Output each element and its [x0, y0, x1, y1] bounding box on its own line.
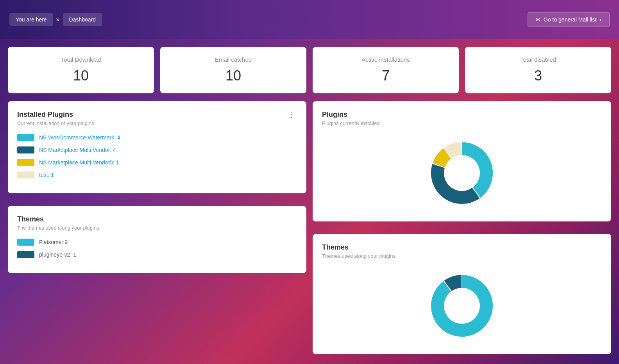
stat-label-0: Total Download	[16, 56, 146, 63]
plugin-label-3[interactable]: test: 1	[39, 172, 54, 178]
plugin-color-swatch-0	[17, 134, 34, 141]
plugins-donut-container	[322, 134, 602, 212]
plugin-color-swatch-3	[17, 171, 34, 178]
themes-subtitle: The themes used along your plugins	[17, 225, 297, 231]
donut-segment-1	[431, 163, 480, 204]
installed-plugins-title-group: Installed Plugins Current installation o…	[17, 111, 94, 134]
theme-color-swatch-0	[17, 239, 34, 246]
left-column: Installed Plugins Current installation o…	[8, 101, 306, 360]
theme-item-1: plugineye-v2: 1	[17, 251, 297, 258]
go-to-mail-list-button[interactable]: ✉ Go to general Mail list ›	[528, 12, 610, 27]
stat-value-1: 10	[168, 68, 299, 84]
stat-label-2: Active installations	[320, 56, 451, 63]
stat-card-2: Active installations 7	[313, 47, 459, 93]
installed-plugins-subtitle: Current installation of your plugins	[17, 120, 94, 126]
installed-plugins-card: Installed Plugins Current installation o…	[8, 101, 306, 193]
themes-list: Flatsome: 9 plugineye-v2: 1	[17, 239, 297, 258]
mail-icon: ✉	[536, 16, 540, 23]
stats-row: Total Download 10 Email catched 10 Activ…	[8, 47, 611, 93]
stat-card-0: Total Download 10	[8, 47, 154, 93]
stat-card-3: Total disabled 3	[465, 47, 611, 93]
themes-donut-container	[322, 267, 602, 345]
breadcrumb: You are here » Dashboard	[9, 13, 102, 26]
header: You are here » Dashboard ✉ Go to general…	[0, 0, 619, 39]
plugins-chart-title: Plugins	[322, 111, 602, 119]
installed-plugins-title: Installed Plugins	[17, 111, 94, 119]
stat-value-2: 7	[320, 68, 451, 84]
plugin-item-3: test: 1	[17, 171, 297, 178]
plugin-label-1[interactable]: NS Marketplace Multi Vendor: 4	[39, 147, 116, 153]
themes-card: Themes The themes used along your plugin…	[8, 206, 306, 273]
stat-card-1: Email catched 10	[160, 47, 306, 93]
plugin-color-swatch-2	[17, 159, 34, 166]
more-options-button[interactable]: ⋮	[286, 111, 297, 118]
themes-chart-card: Themes Themes used along your plugins	[313, 234, 611, 354]
stat-label-3: Total disabled	[473, 56, 603, 63]
installed-plugins-header: Installed Plugins Current installation o…	[17, 111, 297, 134]
plugin-item-0: NS WooCommerce Watermark: 4	[17, 134, 297, 141]
theme-item-0: Flatsome: 9	[17, 239, 297, 246]
theme-label-0: Flatsome: 9	[39, 239, 68, 245]
stat-label-1: Email catched	[168, 56, 299, 63]
bottom-row: Installed Plugins Current installation o…	[8, 101, 611, 360]
plugins-chart-subtitle: Plugins currently installed	[322, 120, 602, 126]
plugin-color-swatch-1	[17, 146, 34, 153]
right-column: Plugins Plugins currently installed Them…	[313, 101, 611, 360]
arrow-right-icon: ›	[599, 16, 601, 23]
plugin-label-2[interactable]: NS Marketplace Multi Vendor5: 1	[39, 159, 119, 166]
plugin-label-0[interactable]: NS WooCommerce Watermark: 4	[39, 134, 120, 141]
action-button-label: Go to general Mail list	[544, 16, 596, 23]
theme-label-1: plugineye-v2: 1	[39, 252, 76, 258]
stat-value-3: 3	[473, 68, 603, 84]
stat-value-0: 10	[16, 68, 146, 84]
themes-donut-chart	[427, 271, 497, 341]
plugin-item-2: NS Marketplace Multi Vendor5: 1	[17, 159, 297, 166]
breadcrumb-dashboard[interactable]: Dashboard	[63, 13, 102, 26]
themes-chart-subtitle: Themes used along your plugins	[322, 253, 602, 259]
plugins-donut-chart	[427, 138, 497, 208]
plugin-list: NS WooCommerce Watermark: 4 NS Marketpla…	[17, 134, 297, 178]
plugin-item-1: NS Marketplace Multi Vendor: 4	[17, 146, 297, 153]
main-content: Total Download 10 Email catched 10 Activ…	[0, 39, 619, 364]
breadcrumb-you-are-here: You are here	[9, 13, 53, 26]
themes-title: Themes	[17, 215, 297, 223]
breadcrumb-separator: »	[56, 16, 60, 23]
theme-color-swatch-1	[17, 251, 34, 258]
plugins-chart-card: Plugins Plugins currently installed	[313, 101, 611, 221]
themes-chart-title: Themes	[322, 243, 602, 252]
